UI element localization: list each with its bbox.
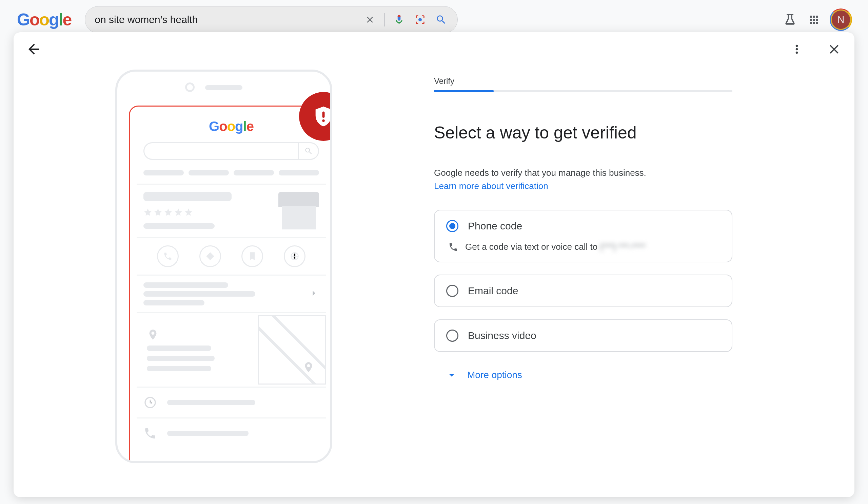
phone-icon	[448, 242, 458, 252]
chevron-down-icon	[445, 369, 458, 381]
verify-illustration: Google	[13, 32, 434, 497]
svg-point-0	[418, 18, 422, 21]
learn-more-link[interactable]: Learn more about verification	[434, 181, 548, 191]
google-logo[interactable]: Google	[17, 10, 71, 30]
option-description: Get a code via text or voice call to (**…	[465, 242, 645, 252]
more-vert-icon[interactable]	[787, 39, 807, 59]
search-box[interactable]	[85, 6, 458, 33]
option-business-video[interactable]: Business video	[434, 319, 732, 352]
progress-bar	[434, 90, 732, 92]
subtext: Google needs to verify that you manage t…	[434, 166, 732, 193]
option-title: Email code	[468, 285, 518, 296]
step-label: Verify	[434, 77, 732, 86]
verify-modal: Google	[13, 32, 855, 497]
option-title: Business video	[468, 330, 536, 341]
labs-icon[interactable]	[783, 13, 797, 27]
clear-icon[interactable]	[363, 13, 377, 27]
close-icon[interactable]	[824, 39, 844, 59]
voice-search-icon[interactable]	[392, 13, 406, 27]
option-email-code[interactable]: Email code	[434, 274, 732, 307]
back-icon[interactable]	[24, 39, 44, 59]
radio-icon[interactable]	[446, 220, 458, 232]
page-title: Select a way to get verified	[434, 123, 732, 142]
more-options-toggle[interactable]: More options	[434, 369, 732, 381]
option-title: Phone code	[468, 220, 522, 232]
radio-icon[interactable]	[446, 285, 458, 297]
option-phone-code[interactable]: Phone code Get a code via text or voice …	[434, 210, 732, 262]
search-input[interactable]	[95, 14, 356, 26]
apps-icon[interactable]	[807, 13, 820, 27]
lens-icon[interactable]	[413, 13, 427, 27]
radio-icon[interactable]	[446, 330, 458, 342]
account-avatar[interactable]: N	[831, 10, 851, 30]
search-icon[interactable]	[434, 13, 448, 27]
